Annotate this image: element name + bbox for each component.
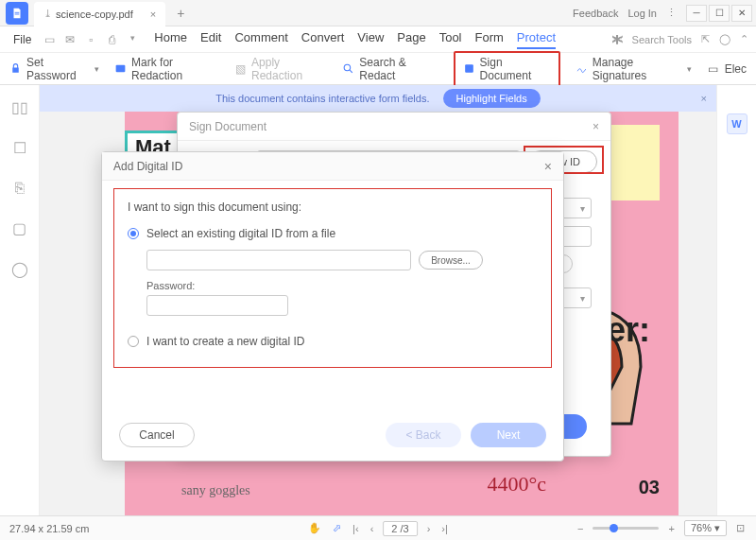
minimize-button[interactable]: ─ (686, 5, 707, 22)
tab-form[interactable]: Form (475, 30, 504, 49)
mark-redaction-button[interactable]: Mark for Redaction (114, 56, 219, 82)
sign-document-label: Sign Document (480, 56, 551, 82)
fit-page-icon[interactable]: ⊡ (734, 522, 747, 534)
cloud-icon[interactable]: ◯ (719, 33, 730, 45)
manage-signatures-button[interactable]: Manage Signatures ▾ (576, 56, 692, 82)
svg-rect-4 (465, 64, 473, 73)
open-icon[interactable]: ▭ (41, 33, 58, 46)
tab-home[interactable]: Home (154, 30, 187, 49)
save-icon[interactable]: ▫ (82, 33, 99, 46)
tab-protect[interactable]: Protect (517, 30, 556, 49)
zoom-value[interactable]: 76% ▾ (684, 520, 727, 536)
share-icon[interactable]: ⇱ (701, 33, 710, 45)
hand-tool-icon[interactable]: ✋ (306, 522, 323, 534)
page-indicator[interactable]: 2 /3 (383, 521, 417, 536)
search-tools-placeholder[interactable]: Search Tools (632, 34, 692, 45)
radio-selected-icon[interactable] (128, 228, 139, 239)
comment-panel-icon[interactable]: ◯ (11, 260, 28, 278)
word-export-icon[interactable]: W (727, 113, 747, 134)
page-text-er: er: (607, 310, 650, 350)
print-icon[interactable]: ⎙ (103, 33, 120, 46)
zoom-slider[interactable] (593, 527, 659, 530)
mail-icon[interactable]: ✉ (61, 33, 78, 46)
option-new-label: I want to create a new digital ID (146, 335, 304, 348)
radio-unselected-icon[interactable] (128, 336, 139, 347)
thumbnails-icon[interactable]: ▯▯ (11, 98, 28, 116)
set-password-button[interactable]: Set Password ▾ (9, 56, 99, 82)
dropdown-icon[interactable]: ▾ (124, 33, 141, 46)
ribbon-tabs: Home Edit Comment Convert View Page Tool… (154, 30, 556, 49)
search-redact-button[interactable]: Search & Redact (342, 56, 438, 82)
ribbon: Set Password ▾ Mark for Redaction ▧ Appl… (0, 53, 756, 85)
option-existing-label: Select an existing digital ID from a fil… (146, 227, 335, 240)
search-icon-top[interactable]: 🞷 (612, 34, 623, 45)
page-number-label: 03 (639, 477, 660, 498)
tab-close-icon[interactable]: × (150, 9, 156, 20)
document-tab[interactable]: ⤓ science-copy.pdf × (34, 2, 165, 26)
zoom-in-icon[interactable]: + (666, 523, 676, 534)
zoom-out-icon[interactable]: − (576, 523, 585, 534)
login-link[interactable]: Log In (627, 8, 657, 19)
password-input[interactable] (146, 295, 288, 316)
tab-page[interactable]: Page (397, 30, 425, 49)
attachment-icon[interactable]: ⎘ (15, 180, 25, 197)
esign-icon: ▭ (707, 62, 720, 76)
sign-dialog-close-icon[interactable]: × (593, 120, 599, 133)
collapse-ribbon-icon[interactable]: ⌃ (740, 33, 748, 45)
app-icon (6, 2, 28, 25)
left-sidebar: ▯▯ ☐ ⎘ ▢ ◯ (0, 85, 40, 515)
chevron-down-icon: ▾ (687, 64, 692, 74)
tab-comment[interactable]: Comment (234, 30, 287, 49)
menubar: File ▭ ✉ ▫ ⎙ ▾ Home Edit Comment Convert… (0, 26, 756, 53)
search-redact-label: Search & Redact (359, 56, 438, 82)
browse-button[interactable]: Browse... (419, 251, 483, 270)
manage-sig-icon (576, 62, 588, 76)
new-tab-button[interactable]: + (171, 6, 190, 21)
apply-redact-icon: ▧ (234, 62, 247, 76)
electronic-sign-button[interactable]: ▭ Elec (707, 62, 747, 76)
option-existing-id[interactable]: Select an existing digital ID from a fil… (128, 227, 538, 240)
cancel-button[interactable]: Cancel (119, 423, 195, 447)
option-new-id[interactable]: I want to create a new digital ID (128, 335, 304, 348)
close-window-button[interactable]: ✕ (731, 5, 752, 22)
next-button[interactable]: Next (471, 423, 546, 447)
temperature-text: 4400°c (487, 472, 546, 496)
banner-close-icon[interactable]: × (701, 93, 707, 104)
file-menu[interactable]: File (8, 29, 37, 50)
lock-icon (9, 62, 22, 76)
digital-id-prompt: I want to sign this document using: (128, 200, 538, 214)
select-tool-icon[interactable]: ⬀ (331, 522, 343, 534)
electronic-label: Elec (725, 62, 747, 76)
first-page-icon[interactable]: |‹ (351, 523, 361, 534)
layers-icon[interactable]: ▢ (12, 219, 26, 237)
sign-icon (463, 62, 475, 76)
kebab-menu-icon[interactable]: ⋮ (666, 7, 677, 19)
svg-rect-0 (15, 11, 20, 12)
file-path-input[interactable] (146, 250, 411, 270)
feedback-link[interactable]: Feedback (573, 8, 618, 19)
last-page-icon[interactable]: ›| (439, 523, 450, 534)
prev-page-icon[interactable]: ‹ (369, 523, 376, 534)
highlight-fields-button[interactable]: Highlight Fields (443, 89, 541, 108)
search-redact-icon (342, 62, 354, 76)
tab-convert[interactable]: Convert (301, 30, 345, 49)
right-sidebar: W (716, 85, 756, 515)
manage-signatures-label: Manage Signatures (593, 56, 682, 82)
set-password-label: Set Password (26, 56, 90, 82)
digital-id-dialog-title: Add Digital ID (113, 160, 182, 173)
svg-rect-1 (15, 13, 20, 14)
tab-edit[interactable]: Edit (200, 30, 221, 49)
next-page-icon[interactable]: › (425, 523, 433, 534)
bookmark-icon[interactable]: ☐ (13, 139, 26, 157)
add-digital-id-dialog: Add Digital ID × I want to sign this doc… (101, 151, 564, 462)
statusbar: 27.94 x 21.59 cm ✋ ⬀ |‹ ‹ 2 /3 › ›| − + … (0, 515, 756, 540)
tab-view[interactable]: View (357, 30, 384, 49)
sign-document-button[interactable]: Sign Document (454, 51, 560, 87)
back-button: < Back (386, 423, 461, 447)
tab-tool[interactable]: Tool (439, 30, 462, 49)
digital-id-close-icon[interactable]: × (544, 159, 552, 174)
svg-rect-2 (116, 65, 126, 73)
document-tab-label: science-copy.pdf (56, 9, 133, 20)
apply-redaction-label: Apply Redaction (251, 56, 327, 82)
maximize-button[interactable]: ☐ (709, 5, 730, 22)
